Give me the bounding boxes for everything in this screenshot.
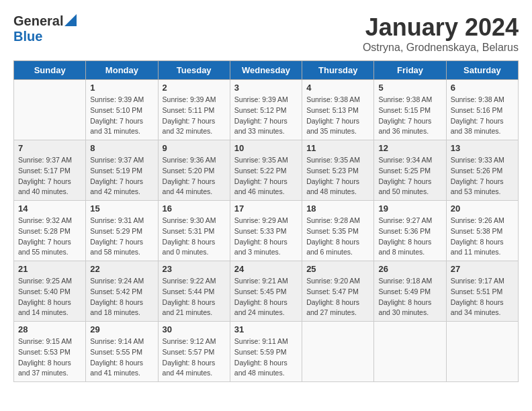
day-info: Sunrise: 9:25 AMSunset: 5:40 PMDaylight:… [18, 276, 81, 318]
day-number: 2 [163, 83, 226, 93]
calendar-cell: 22Sunrise: 9:24 AMSunset: 5:42 PMDayligh… [86, 261, 158, 322]
calendar-cell: 21Sunrise: 9:25 AMSunset: 5:40 PMDayligh… [14, 261, 86, 322]
day-info: Sunrise: 9:34 AMSunset: 5:25 PMDaylight:… [378, 155, 441, 197]
calendar-cell: 7Sunrise: 9:37 AMSunset: 5:17 PMDaylight… [14, 140, 86, 201]
day-number: 5 [378, 83, 441, 93]
calendar-cell: 5Sunrise: 9:38 AMSunset: 5:15 PMDaylight… [374, 80, 446, 140]
day-number: 24 [234, 264, 298, 274]
calendar-body: 1Sunrise: 9:39 AMSunset: 5:10 PMDaylight… [14, 80, 519, 382]
calendar-cell: 15Sunrise: 9:31 AMSunset: 5:29 PMDayligh… [86, 201, 158, 261]
calendar-cell: 10Sunrise: 9:35 AMSunset: 5:22 PMDayligh… [230, 140, 302, 201]
day-number: 11 [306, 143, 369, 153]
calendar-cell: 18Sunrise: 9:28 AMSunset: 5:35 PMDayligh… [302, 201, 374, 261]
subtitle: Ostryna, Grodnenskaya, Belarus [363, 42, 519, 54]
day-number: 22 [90, 264, 153, 274]
calendar-cell: 16Sunrise: 9:30 AMSunset: 5:31 PMDayligh… [158, 201, 230, 261]
calendar-cell: 12Sunrise: 9:34 AMSunset: 5:25 PMDayligh… [374, 140, 446, 201]
calendar-cell: 4Sunrise: 9:38 AMSunset: 5:13 PMDaylight… [302, 80, 374, 140]
day-number: 20 [451, 203, 514, 214]
day-number: 29 [90, 324, 153, 334]
header-cell-tuesday: Tuesday [158, 61, 230, 80]
logo-blue: Blue [13, 29, 42, 44]
day-number: 14 [18, 203, 81, 214]
day-info: Sunrise: 9:36 AMSunset: 5:20 PMDaylight:… [163, 155, 226, 197]
page-header: General Blue January 2024 Ostryna, Grodn… [13, 13, 519, 54]
day-info: Sunrise: 9:21 AMSunset: 5:45 PMDaylight:… [234, 276, 298, 318]
calendar-cell [302, 322, 374, 382]
header-cell-sunday: Sunday [14, 61, 86, 80]
header-cell-saturday: Saturday [446, 61, 518, 80]
day-info: Sunrise: 9:12 AMSunset: 5:57 PMDaylight:… [163, 336, 226, 379]
logo: General Blue [13, 13, 77, 44]
calendar-cell: 14Sunrise: 9:32 AMSunset: 5:28 PMDayligh… [14, 201, 86, 261]
calendar-cell: 25Sunrise: 9:20 AMSunset: 5:47 PMDayligh… [302, 261, 374, 322]
day-info: Sunrise: 9:38 AMSunset: 5:13 PMDaylight:… [306, 95, 369, 137]
calendar-cell [14, 80, 86, 140]
logo-icon [64, 14, 77, 26]
day-info: Sunrise: 9:38 AMSunset: 5:15 PMDaylight:… [378, 95, 441, 137]
calendar-cell: 20Sunrise: 9:26 AMSunset: 5:38 PMDayligh… [446, 201, 518, 261]
day-info: Sunrise: 9:18 AMSunset: 5:49 PMDaylight:… [378, 276, 441, 318]
calendar-header: SundayMondayTuesdayWednesdayThursdayFrid… [14, 61, 519, 80]
day-info: Sunrise: 9:28 AMSunset: 5:35 PMDaylight:… [306, 216, 369, 258]
calendar-cell: 1Sunrise: 9:39 AMSunset: 5:10 PMDaylight… [86, 80, 158, 140]
week-row-2: 7Sunrise: 9:37 AMSunset: 5:17 PMDaylight… [14, 140, 519, 201]
day-info: Sunrise: 9:27 AMSunset: 5:36 PMDaylight:… [378, 216, 441, 258]
calendar-cell: 26Sunrise: 9:18 AMSunset: 5:49 PMDayligh… [374, 261, 446, 322]
day-info: Sunrise: 9:38 AMSunset: 5:16 PMDaylight:… [451, 95, 514, 137]
day-number: 13 [451, 143, 514, 153]
day-info: Sunrise: 9:14 AMSunset: 5:55 PMDaylight:… [90, 336, 153, 379]
day-number: 16 [163, 203, 226, 214]
day-number: 4 [306, 83, 369, 93]
day-number: 25 [306, 264, 369, 274]
calendar-cell: 2Sunrise: 9:39 AMSunset: 5:11 PMDaylight… [158, 80, 230, 140]
day-info: Sunrise: 9:20 AMSunset: 5:47 PMDaylight:… [306, 276, 369, 318]
day-info: Sunrise: 9:32 AMSunset: 5:28 PMDaylight:… [18, 216, 81, 258]
header-cell-monday: Monday [86, 61, 158, 80]
day-number: 28 [18, 324, 81, 334]
calendar-cell: 28Sunrise: 9:15 AMSunset: 5:53 PMDayligh… [14, 322, 86, 382]
calendar-cell: 11Sunrise: 9:35 AMSunset: 5:23 PMDayligh… [302, 140, 374, 201]
day-info: Sunrise: 9:26 AMSunset: 5:38 PMDaylight:… [451, 216, 514, 258]
day-number: 12 [378, 143, 441, 153]
header-cell-friday: Friday [374, 61, 446, 80]
week-row-4: 21Sunrise: 9:25 AMSunset: 5:40 PMDayligh… [14, 261, 519, 322]
calendar-cell: 23Sunrise: 9:22 AMSunset: 5:44 PMDayligh… [158, 261, 230, 322]
svg-marker-0 [64, 14, 77, 26]
day-number: 19 [378, 203, 441, 214]
header-cell-wednesday: Wednesday [230, 61, 302, 80]
calendar-cell [374, 322, 446, 382]
day-info: Sunrise: 9:39 AMSunset: 5:11 PMDaylight:… [163, 95, 226, 137]
title-section: January 2024 Ostryna, Grodnenskaya, Bela… [363, 13, 519, 54]
calendar-cell: 9Sunrise: 9:36 AMSunset: 5:20 PMDaylight… [158, 140, 230, 201]
day-info: Sunrise: 9:39 AMSunset: 5:12 PMDaylight:… [234, 95, 298, 137]
calendar-cell: 17Sunrise: 9:29 AMSunset: 5:33 PMDayligh… [230, 201, 302, 261]
calendar-cell: 6Sunrise: 9:38 AMSunset: 5:16 PMDaylight… [446, 80, 518, 140]
day-info: Sunrise: 9:33 AMSunset: 5:26 PMDaylight:… [451, 155, 514, 197]
week-row-3: 14Sunrise: 9:32 AMSunset: 5:28 PMDayligh… [14, 201, 519, 261]
day-info: Sunrise: 9:31 AMSunset: 5:29 PMDaylight:… [90, 216, 153, 258]
header-row: SundayMondayTuesdayWednesdayThursdayFrid… [14, 61, 519, 80]
day-number: 15 [90, 203, 153, 214]
day-number: 9 [163, 143, 226, 153]
day-info: Sunrise: 9:24 AMSunset: 5:42 PMDaylight:… [90, 276, 153, 318]
day-number: 3 [234, 83, 298, 93]
day-number: 23 [163, 264, 226, 274]
day-info: Sunrise: 9:37 AMSunset: 5:17 PMDaylight:… [18, 155, 81, 197]
day-number: 31 [234, 324, 298, 334]
calendar-cell: 31Sunrise: 9:11 AMSunset: 5:59 PMDayligh… [230, 322, 302, 382]
day-number: 17 [234, 203, 298, 214]
day-info: Sunrise: 9:39 AMSunset: 5:10 PMDaylight:… [90, 95, 153, 137]
calendar-cell: 3Sunrise: 9:39 AMSunset: 5:12 PMDaylight… [230, 80, 302, 140]
day-info: Sunrise: 9:11 AMSunset: 5:59 PMDaylight:… [234, 336, 298, 379]
day-number: 6 [451, 83, 514, 93]
calendar-cell: 19Sunrise: 9:27 AMSunset: 5:36 PMDayligh… [374, 201, 446, 261]
day-info: Sunrise: 9:15 AMSunset: 5:53 PMDaylight:… [18, 336, 81, 379]
calendar-cell [446, 322, 518, 382]
day-number: 8 [90, 143, 153, 153]
day-number: 26 [378, 264, 441, 274]
day-number: 30 [163, 324, 226, 334]
day-number: 1 [90, 83, 153, 93]
day-info: Sunrise: 9:35 AMSunset: 5:22 PMDaylight:… [234, 155, 298, 197]
calendar-cell: 8Sunrise: 9:37 AMSunset: 5:19 PMDaylight… [86, 140, 158, 201]
